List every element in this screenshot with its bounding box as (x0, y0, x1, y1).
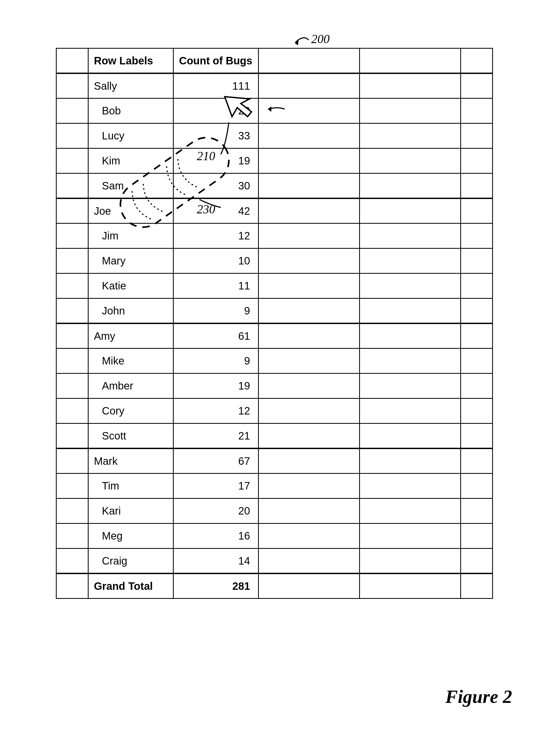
row-empty (360, 273, 461, 298)
row-value-member[interactable]: 14 (173, 549, 259, 574)
row-empty (461, 349, 493, 374)
row-empty (360, 173, 461, 198)
group-member-row[interactable]: Jim12 (56, 223, 493, 248)
row-spacer (56, 549, 88, 574)
row-label-leader[interactable]: Mark (88, 449, 173, 474)
row-label-member[interactable]: John (88, 298, 173, 324)
header-spacer (56, 48, 88, 73)
row-value-leader[interactable]: 111 (173, 73, 259, 98)
row-spacer (56, 449, 88, 474)
row-label-member[interactable]: Craig (88, 549, 173, 574)
group-leader-row[interactable]: Mark67 (56, 449, 493, 474)
row-value-member[interactable]: 19 (173, 374, 259, 399)
row-value-member[interactable]: 33 (173, 123, 259, 148)
row-value-member[interactable]: 19 (173, 148, 259, 173)
group-member-row[interactable]: Meg16 (56, 524, 493, 549)
row-label-leader[interactable]: Joe (88, 198, 173, 223)
row-value-leader[interactable]: 67 (173, 449, 259, 474)
row-spacer (56, 298, 88, 324)
row-empty (461, 123, 493, 148)
row-value-member[interactable]: 12 (173, 223, 259, 248)
row-label-leader[interactable]: Sally (88, 73, 173, 98)
row-spacer (56, 198, 88, 223)
group-member-row[interactable]: Bob29 (56, 98, 493, 123)
grand-total-row[interactable]: Grand Total281 (56, 574, 493, 599)
column-header-row-labels[interactable]: Row Labels (88, 48, 173, 73)
row-label-member[interactable]: Mary (88, 248, 173, 273)
row-value-member[interactable]: 29 (173, 98, 259, 123)
row-label-member[interactable]: Amber (88, 374, 173, 399)
row-empty (360, 349, 461, 374)
header-row: Row LabelsCount of Bugs (56, 48, 493, 73)
row-spacer (56, 73, 88, 98)
group-member-row[interactable]: Craig14 (56, 549, 493, 574)
row-empty (461, 499, 493, 524)
row-value-member[interactable]: 30 (173, 173, 259, 198)
group-member-row[interactable]: Amber19 (56, 374, 493, 399)
grand-total-value[interactable]: 281 (173, 574, 259, 599)
group-member-row[interactable]: Lucy33 (56, 123, 493, 148)
row-value-member[interactable]: 17 (173, 474, 259, 499)
row-value-leader[interactable]: 42 (173, 198, 259, 223)
group-member-row[interactable]: Kari20 (56, 499, 493, 524)
row-empty (259, 148, 360, 173)
row-value-member[interactable]: 21 (173, 424, 259, 449)
group-leader-row[interactable]: Joe42 (56, 198, 493, 223)
row-label-member[interactable]: Tim (88, 474, 173, 499)
header-empty-1 (259, 48, 360, 73)
row-empty (461, 474, 493, 499)
row-label-member[interactable]: Kari (88, 499, 173, 524)
row-label-member[interactable]: Bob (88, 98, 173, 123)
row-value-leader[interactable]: 61 (173, 324, 259, 349)
group-member-row[interactable]: John9 (56, 298, 493, 324)
row-empty (360, 298, 461, 324)
row-label-member[interactable]: Cory (88, 399, 173, 424)
row-empty (461, 374, 493, 399)
row-value-member[interactable]: 16 (173, 524, 259, 549)
row-value-member[interactable]: 9 (173, 349, 259, 374)
group-member-row[interactable]: Cory12 (56, 399, 493, 424)
row-empty (461, 424, 493, 449)
row-empty (461, 574, 493, 599)
row-empty (461, 273, 493, 298)
row-label-member[interactable]: Meg (88, 524, 173, 549)
row-value-member[interactable]: 10 (173, 248, 259, 273)
row-empty (259, 374, 360, 399)
group-member-row[interactable]: Scott21 (56, 424, 493, 449)
row-empty (360, 499, 461, 524)
grand-total-label[interactable]: Grand Total (88, 574, 173, 599)
row-label-member[interactable]: Kim (88, 148, 173, 173)
row-empty (360, 98, 461, 123)
row-spacer (56, 574, 88, 599)
row-label-member[interactable]: Lucy (88, 123, 173, 148)
group-leader-row[interactable]: Amy61 (56, 324, 493, 349)
row-label-member[interactable]: Sam (88, 173, 173, 198)
svg-marker-0 (295, 40, 298, 45)
row-empty (360, 474, 461, 499)
group-member-row[interactable]: Mary10 (56, 248, 493, 273)
row-empty (259, 123, 360, 148)
group-member-row[interactable]: Mike9 (56, 349, 493, 374)
row-label-member[interactable]: Jim (88, 223, 173, 248)
row-value-member[interactable]: 11 (173, 273, 259, 298)
row-label-member[interactable]: Scott (88, 424, 173, 449)
row-empty (259, 198, 360, 223)
row-value-member[interactable]: 12 (173, 399, 259, 424)
pivot-table[interactable]: Row LabelsCount of BugsSally111Bob29Lucy… (56, 48, 493, 599)
row-empty (461, 399, 493, 424)
row-label-member[interactable]: Mike (88, 349, 173, 374)
row-value-member[interactable]: 20 (173, 499, 259, 524)
row-empty (360, 248, 461, 273)
row-label-member[interactable]: Katie (88, 273, 173, 298)
row-empty (259, 73, 360, 98)
row-empty (259, 474, 360, 499)
group-member-row[interactable]: Katie11 (56, 273, 493, 298)
column-header-count[interactable]: Count of Bugs (173, 48, 259, 73)
group-member-row[interactable]: Sam30 (56, 173, 493, 198)
row-label-leader[interactable]: Amy (88, 324, 173, 349)
group-member-row[interactable]: Kim19 (56, 148, 493, 173)
group-leader-row[interactable]: Sally111 (56, 73, 493, 98)
row-empty (461, 223, 493, 248)
group-member-row[interactable]: Tim17 (56, 474, 493, 499)
row-value-member[interactable]: 9 (173, 298, 259, 324)
